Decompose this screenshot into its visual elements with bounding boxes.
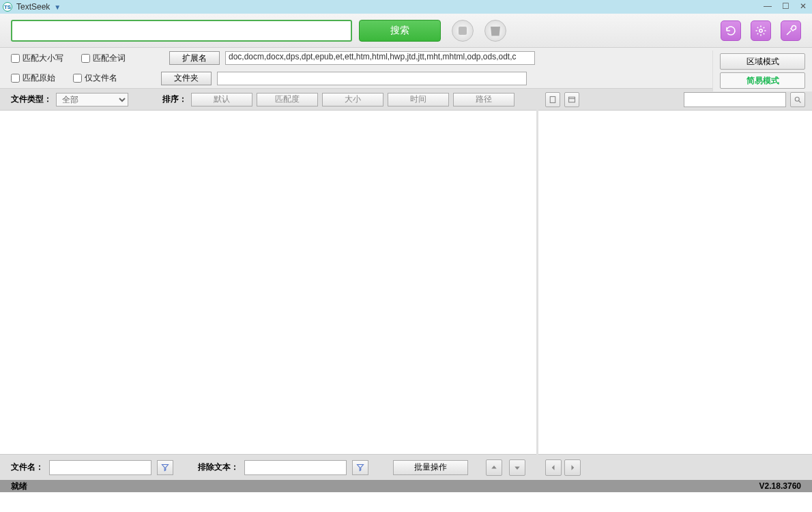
match-original-label: 匹配原始: [23, 72, 55, 84]
results-panel: 文件类型： 全部 排序： 默认 匹配度 大小 时间 路径 文件名： 排除文本： …: [0, 89, 538, 480]
app-icon: TS: [3, 2, 12, 12]
prev-button[interactable]: [545, 459, 562, 476]
status-bar: 就绪 V2.18.3760: [0, 480, 812, 492]
exclude-text-label: 排除文本：: [198, 461, 239, 473]
search-input[interactable]: [11, 20, 352, 42]
options-row-1: 匹配大小写 匹配全词 扩展名 doc,docm,docx,dps,dpt,epu…: [0, 48, 812, 68]
mode-panel: 区域模式 简易模式: [712, 51, 812, 91]
match-case-checkbox[interactable]: 匹配大小写: [11, 53, 63, 64]
preview-search-button[interactable]: [790, 92, 805, 107]
preview-body: [538, 111, 812, 454]
titlebar: TS TextSeek ▼ — ☐ ✕: [0, 0, 812, 14]
match-case-label: 匹配大小写: [23, 53, 63, 64]
refresh-icon: [725, 25, 737, 37]
preview-bottom-bar: [538, 454, 812, 480]
window-icon: [568, 96, 576, 104]
filetype-select[interactable]: 全部: [56, 93, 128, 106]
preview-panel: [538, 89, 812, 480]
filter-bar: 文件类型： 全部 排序： 默认 匹配度 大小 时间 路径: [0, 89, 536, 111]
close-button[interactable]: ✕: [798, 1, 808, 11]
preview-doc-button[interactable]: [545, 92, 560, 107]
minimize-button[interactable]: —: [763, 1, 772, 11]
results-list: [0, 111, 536, 454]
svg-point-4: [795, 97, 799, 101]
arrow-left-icon: [549, 464, 557, 472]
trash-icon: [491, 25, 500, 36]
extension-field[interactable]: doc,docm,docx,dps,dpt,epub,et,ett,htm,ht…: [225, 51, 535, 65]
sort-size-button[interactable]: 大小: [322, 93, 383, 106]
status-text: 就绪: [11, 481, 27, 492]
title-dropdown-icon[interactable]: ▼: [54, 3, 61, 11]
match-whole-checkbox[interactable]: 匹配全词: [81, 53, 126, 64]
sort-match-button[interactable]: 匹配度: [257, 93, 318, 106]
stop-button[interactable]: [452, 20, 474, 42]
preview-window-button[interactable]: [564, 92, 579, 107]
results-bottom-bar: 文件名： 排除文本： 批量操作: [0, 454, 536, 480]
main-area: 文件类型： 全部 排序： 默认 匹配度 大小 时间 路径 文件名： 排除文本： …: [0, 89, 812, 480]
version-text: V2.18.3760: [759, 481, 801, 491]
svg-rect-2: [569, 97, 575, 102]
batch-button[interactable]: 批量操作: [393, 460, 468, 475]
settings-button[interactable]: [751, 20, 771, 41]
stop-icon: [459, 27, 467, 35]
preview-search-input[interactable]: [684, 92, 786, 107]
match-original-checkbox[interactable]: 匹配原始: [11, 72, 55, 84]
match-whole-label: 匹配全词: [93, 53, 126, 64]
maximize-button[interactable]: ☐: [781, 1, 790, 11]
preview-toolbar: [538, 89, 812, 111]
region-mode-button[interactable]: 区域模式: [720, 53, 805, 70]
sort-time-button[interactable]: 时间: [388, 93, 449, 106]
refresh-button[interactable]: [721, 20, 741, 41]
next-button[interactable]: [564, 459, 581, 476]
svg-rect-1: [550, 96, 555, 102]
tools-button[interactable]: [781, 20, 801, 41]
filename-filter-button[interactable]: [157, 460, 173, 475]
search-icon: [794, 96, 802, 104]
scroll-down-button[interactable]: [509, 459, 525, 476]
folder-field[interactable]: [217, 72, 527, 85]
sort-default-button[interactable]: 默认: [191, 93, 252, 106]
document-icon: [549, 96, 557, 104]
sort-label: 排序：: [162, 94, 187, 105]
simple-mode-button[interactable]: 简易模式: [720, 72, 805, 89]
gear-icon: [755, 25, 767, 37]
svg-line-5: [799, 100, 801, 102]
tools-icon: [785, 25, 797, 37]
funnel-icon: [161, 464, 169, 472]
app-title: TextSeek: [16, 2, 50, 12]
filename-only-checkbox[interactable]: 仅文件名: [73, 72, 117, 84]
svg-point-0: [759, 29, 763, 32]
options-row-2: 匹配原始 仅文件名 文件夹: [0, 68, 812, 89]
filename-only-label: 仅文件名: [85, 72, 117, 84]
funnel-icon: [356, 464, 364, 472]
filename-filter-input[interactable]: [49, 460, 151, 475]
filetype-label: 文件类型：: [11, 94, 52, 105]
top-toolbar: 搜索: [0, 14, 812, 48]
exclude-filter-button[interactable]: [352, 460, 368, 475]
scroll-up-button[interactable]: [486, 459, 502, 476]
search-button[interactable]: 搜索: [359, 20, 441, 42]
arrow-down-icon: [513, 464, 521, 472]
exclude-text-input[interactable]: [244, 460, 347, 475]
arrow-up-icon: [490, 464, 498, 472]
sort-path-button[interactable]: 路径: [453, 93, 514, 106]
clear-button[interactable]: [484, 20, 506, 42]
filename-filter-label: 文件名：: [11, 461, 44, 473]
extension-button[interactable]: 扩展名: [169, 51, 220, 65]
folder-button[interactable]: 文件夹: [161, 72, 212, 85]
arrow-right-icon: [568, 464, 577, 472]
